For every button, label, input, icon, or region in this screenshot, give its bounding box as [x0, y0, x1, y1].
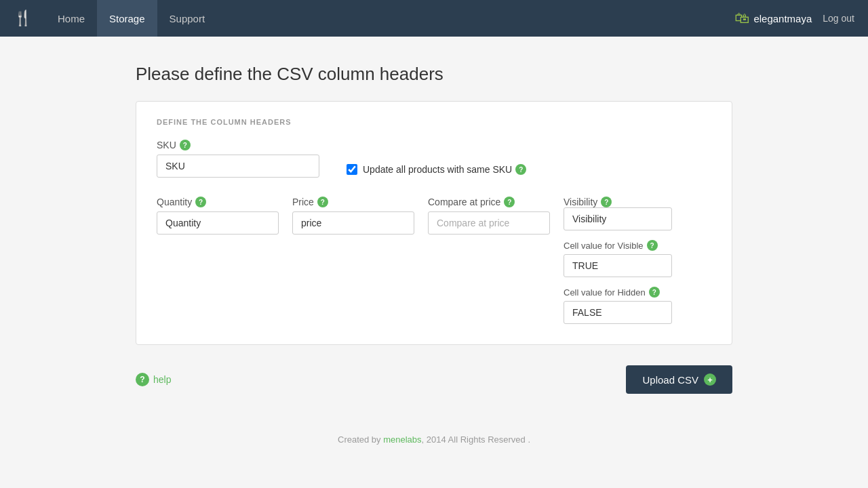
nav-links: Home Storage Support [45, 0, 734, 37]
quantity-label: Quantity ? [157, 197, 279, 207]
update-sku-checkbox[interactable] [347, 164, 357, 175]
visibility-label: Visibility ? [564, 197, 711, 207]
quantity-group: Quantity ? [157, 197, 279, 235]
help-icon: ? [136, 373, 149, 386]
brand-name: elegantmaya [753, 13, 812, 24]
visibility-input[interactable] [564, 207, 672, 230]
price-label: Price ? [292, 197, 414, 207]
upload-csv-button[interactable]: Upload CSV + [626, 365, 732, 394]
sku-input[interactable] [157, 155, 319, 178]
navigation: 🍴 Home Storage Support 🛍 elegantmaya Log… [0, 0, 868, 37]
shopify-icon: 🛍 [734, 9, 749, 27]
sku-row: SKU ? Update all products with same SKU … [157, 140, 711, 178]
update-sku-info-icon[interactable]: ? [515, 164, 526, 175]
footer-suffix: , 2014 All Rights Reserved . [422, 434, 530, 445]
nav-support[interactable]: Support [157, 0, 218, 37]
section-label: DEFINE THE COLUMN HEADERS [157, 118, 711, 126]
footer-link[interactable]: menelabs [383, 434, 421, 445]
cell-value-hidden-label: Cell value for Hidden ? [564, 287, 711, 298]
nav-right: 🛍 elegantmaya Log out [734, 9, 854, 27]
nav-brand: 🛍 elegantmaya [734, 9, 812, 27]
visibility-info-icon[interactable]: ? [601, 197, 612, 207]
cell-hidden-info-icon[interactable]: ? [649, 287, 660, 298]
compare-at-price-label: Compare at price ? [428, 197, 550, 207]
cell-value-hidden-group: Cell value for Hidden ? [564, 287, 711, 324]
cell-value-visible-label: Cell value for Visible ? [564, 240, 711, 251]
cell-visible-info-icon[interactable]: ? [647, 240, 658, 251]
cell-value-visible-input[interactable] [564, 254, 672, 277]
page-title: Please define the CSV column headers [136, 64, 732, 85]
price-group: Price ? [292, 197, 414, 235]
footer-actions: ? help Upload CSV + [136, 365, 732, 394]
page-footer: Created by menelabs, 2014 All Rights Res… [0, 421, 868, 458]
update-checkbox-group: Update all products with same SKU ? [347, 140, 526, 175]
price-input[interactable] [292, 211, 414, 235]
nav-storage[interactable]: Storage [97, 0, 157, 37]
sku-info-icon[interactable]: ? [180, 140, 191, 150]
help-link[interactable]: ? help [136, 373, 171, 386]
visibility-group: Visibility ? Cell value for Visible ? [564, 197, 711, 324]
quantity-input[interactable] [157, 211, 279, 235]
footer-text: Created by [338, 434, 383, 445]
cell-value-visible-group: Cell value for Visible ? [564, 240, 711, 277]
sku-label: SKU ? [157, 140, 319, 150]
fields-row: Quantity ? Price ? Compare at price ? [157, 197, 711, 324]
form-card: DEFINE THE COLUMN HEADERS SKU ? Update a… [136, 101, 732, 345]
help-label: help [153, 374, 171, 385]
visibility-top: Visibility ? [564, 197, 711, 230]
sku-group: SKU ? [157, 140, 319, 178]
compare-at-price-group: Compare at price ? [428, 197, 550, 235]
cell-value-hidden-input[interactable] [564, 301, 672, 324]
visibility-section: Visibility ? Cell value for Visible ? [564, 197, 711, 324]
upload-icon: + [704, 373, 716, 386]
quantity-info-icon[interactable]: ? [195, 197, 206, 207]
upload-btn-label: Upload CSV [642, 374, 698, 386]
logout-button[interactable]: Log out [823, 13, 854, 24]
compare-info-icon[interactable]: ? [504, 197, 515, 207]
update-sku-label: Update all products with same SKU ? [363, 164, 526, 175]
main-content: Please define the CSV column headers DEF… [122, 64, 746, 394]
compare-at-price-input[interactable] [428, 211, 550, 235]
nav-logo: 🍴 [14, 9, 32, 27]
nav-home[interactable]: Home [45, 0, 97, 37]
price-info-icon[interactable]: ? [317, 197, 328, 207]
